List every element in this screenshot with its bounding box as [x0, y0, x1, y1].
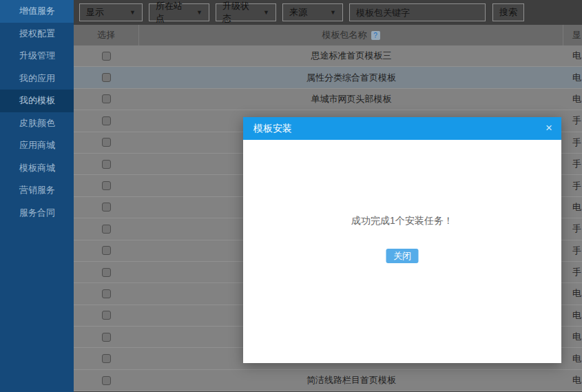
install-result-message: 成功完成1个安装任务！ — [243, 215, 561, 227]
row-select-cell — [74, 311, 139, 320]
device-type: 电 — [563, 50, 581, 62]
device-type: 手 — [563, 114, 581, 127]
modal-close-button[interactable]: 关闭 — [386, 249, 419, 263]
table-row: 思途标准首页模板三电 — [74, 45, 582, 67]
template-name: 思途标准首页模板三 — [139, 50, 563, 62]
sidebar-item-7[interactable]: 模板商城 — [0, 157, 74, 180]
column-header-select: 选择 — [74, 25, 139, 45]
template-name: 简洁线路栏目首页模板 — [139, 374, 563, 386]
row-checkbox[interactable] — [102, 289, 111, 298]
row-checkbox[interactable] — [102, 246, 111, 255]
row-checkbox[interactable] — [102, 376, 111, 385]
device-type: 电 — [563, 72, 581, 84]
device-type: 手 — [563, 266, 581, 278]
search-button[interactable]: 搜索 — [492, 3, 524, 21]
sidebar-item-2[interactable]: 升级管理 — [0, 45, 74, 68]
row-checkbox[interactable] — [102, 268, 111, 277]
filter-select-label: 来源 — [289, 6, 307, 19]
row-checkbox[interactable] — [102, 138, 111, 147]
sidebar-item-0[interactable]: 增值服务 — [0, 0, 74, 23]
filter-select-0[interactable]: 显示▼ — [79, 3, 143, 21]
close-icon[interactable]: × — [545, 117, 552, 140]
template-name: 属性分类综合首页模板 — [139, 72, 563, 84]
row-select-cell — [74, 203, 139, 212]
sidebar-item-5[interactable]: 皮肤颜色 — [0, 112, 74, 135]
row-select-cell — [74, 289, 139, 298]
template-name: 单城市网页头部模板 — [139, 93, 563, 105]
column-header-name: 模板包名称 ? — [139, 25, 563, 45]
row-checkbox[interactable] — [102, 52, 111, 61]
device-type: 手 — [563, 180, 581, 192]
row-checkbox[interactable] — [102, 354, 111, 363]
device-type: 电 — [563, 287, 581, 300]
template-install-modal: 模板安装 × 成功完成1个安装任务！ 关闭 — [243, 117, 561, 363]
device-type: 电 — [563, 353, 581, 365]
chevron-down-icon: ▼ — [263, 9, 269, 16]
table-row: 属性分类综合首页模板电 — [74, 67, 582, 88]
sidebar-item-4[interactable]: 我的模板 — [0, 90, 74, 112]
row-checkbox[interactable] — [102, 116, 111, 125]
row-checkbox[interactable] — [102, 333, 111, 342]
row-checkbox[interactable] — [102, 225, 111, 234]
chevron-down-icon: ▼ — [129, 9, 136, 16]
device-type: 电 — [563, 201, 581, 214]
table-row: 单城市网页头部模板电 — [74, 89, 582, 110]
sidebar-item-8[interactable]: 营销服务 — [0, 179, 74, 202]
filter-select-label: 显示 — [86, 6, 104, 19]
filter-select-label: 所在站点 — [156, 0, 191, 25]
row-select-cell — [74, 116, 139, 125]
sidebar-item-3[interactable]: 我的应用 — [0, 68, 74, 90]
sidebar-item-1[interactable]: 授权配置 — [0, 23, 74, 45]
device-type: 手 — [563, 245, 581, 257]
table-row: 简洁线路栏目首页模板电 — [74, 370, 582, 391]
sidebar: 增值服务授权配置升级管理我的应用我的模板皮肤颜色应用商城模板商城营销服务服务合同 — [0, 0, 74, 392]
row-select-cell — [74, 354, 139, 363]
chevron-down-icon: ▼ — [330, 9, 336, 16]
row-checkbox[interactable] — [102, 311, 111, 320]
row-select-cell — [74, 138, 139, 147]
row-select-cell — [74, 160, 139, 169]
row-select-cell — [74, 246, 139, 255]
row-checkbox[interactable] — [102, 203, 111, 212]
row-select-cell — [74, 376, 139, 385]
column-header-device: 显 — [563, 25, 581, 45]
template-keyword-input[interactable] — [349, 3, 486, 21]
device-type: 电 — [563, 374, 581, 386]
chevron-down-icon: ▼ — [196, 9, 202, 16]
row-select-cell — [74, 52, 139, 61]
row-select-cell — [74, 181, 139, 190]
device-type: 电 — [563, 93, 581, 105]
filter-select-2[interactable]: 升级状态▼ — [216, 3, 276, 21]
row-checkbox[interactable] — [102, 160, 111, 169]
filter-select-1[interactable]: 所在站点▼ — [149, 3, 209, 21]
row-select-cell — [74, 333, 139, 342]
device-type: 手 — [563, 136, 581, 149]
column-header-name-label: 模板包名称 — [322, 29, 367, 41]
filter-select-label: 升级状态 — [222, 0, 258, 25]
device-type: 手 — [563, 223, 581, 235]
device-type: 电 — [563, 309, 581, 322]
modal-title: 模板安装 — [243, 117, 561, 140]
row-select-cell — [74, 94, 139, 103]
row-checkbox[interactable] — [102, 181, 111, 190]
sidebar-item-9[interactable]: 服务合同 — [0, 202, 74, 225]
table-header: 选择 模板包名称 ? 显 — [74, 25, 582, 45]
sidebar-item-6[interactable]: 应用商城 — [0, 134, 74, 157]
row-checkbox[interactable] — [102, 94, 111, 103]
device-type: 手 — [563, 158, 581, 170]
filter-toolbar: 显示▼所在站点▼升级状态▼来源▼ 搜索 — [74, 0, 582, 25]
row-select-cell — [74, 268, 139, 277]
row-select-cell — [74, 225, 139, 234]
help-icon[interactable]: ? — [371, 31, 380, 40]
device-type: 电 — [563, 331, 581, 343]
row-select-cell — [74, 73, 139, 82]
filter-select-3[interactable]: 来源▼ — [282, 3, 343, 21]
row-checkbox[interactable] — [102, 73, 111, 82]
